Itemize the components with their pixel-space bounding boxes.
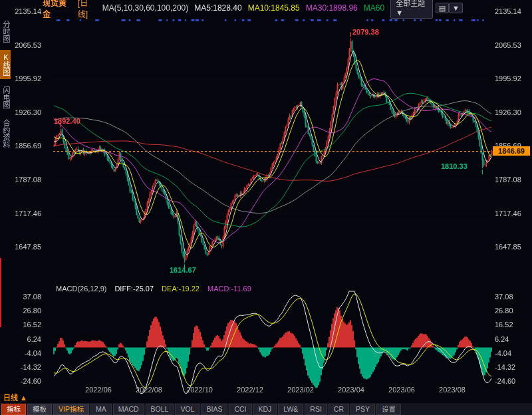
toolbar-button-KDJ[interactable]: KDJ	[253, 404, 277, 415]
macd-header-item-3: MACD:-11.69	[207, 285, 251, 293]
toolbar-button-VIP指标[interactable]: VIP指标	[53, 404, 89, 415]
ma-value-1: MA10:1845.85	[248, 3, 300, 13]
chart-type-sidebar: 分时图K线图闪电图合约资料	[0, 17, 11, 152]
toolbar-button-CCI[interactable]: CCI	[229, 404, 251, 415]
macd-header-item-2: DEA:-19.22	[162, 285, 200, 293]
macd-header: MACD(26,12,9)DIFF:-25.07DEA:-19.22MACD:-…	[56, 285, 251, 293]
current-price-badge: 1846.69	[493, 146, 530, 156]
icon-button-0[interactable]: ▤	[436, 3, 449, 13]
toolbar-button-PSY[interactable]: PSY	[350, 404, 375, 415]
period-tag: [日线]	[78, 0, 96, 19]
sidebar-item-3[interactable]: 合约资料	[0, 116, 11, 152]
ma-value-3: MA60	[364, 3, 384, 13]
toolbar-button-MACD[interactable]: MACD	[113, 404, 144, 415]
indicator-toolbar: 指标模板VIP指标MAMACDBOLLVOLBIASCCIKDJLW&RSICR…	[0, 403, 532, 415]
ma-values: MA5:1828.40MA10:1845.85MA30:1898.96MA60	[194, 3, 384, 13]
toolbar-button-RSI[interactable]: RSI	[305, 404, 327, 415]
toolbar-button-VOL[interactable]: VOL	[175, 404, 200, 415]
toolbar-button-模板[interactable]: 模板	[27, 404, 52, 415]
sidebar-item-2[interactable]: 闪电图	[0, 83, 11, 112]
icon-button-1[interactable]: ▼	[449, 3, 463, 13]
chart-canvas[interactable]	[0, 0, 532, 415]
theme-dropdown-button[interactable]: 全部主题 ▼	[390, 0, 433, 19]
toolbar-button-MA[interactable]: MA	[90, 404, 112, 415]
period-selector-label[interactable]: 日线 ▲	[3, 392, 27, 402]
toolbar-button-LW&[interactable]: LW&	[278, 404, 303, 415]
toolbar-button-设置[interactable]: 设置	[376, 404, 401, 415]
ma-value-0: MA5:1828.40	[194, 3, 241, 13]
instrument-title: 现货黄金	[43, 0, 72, 19]
toolbar-button-CR[interactable]: CR	[329, 404, 349, 415]
macd-header-item-1: DIFF:-25.07	[114, 285, 154, 293]
ma-value-2: MA30:1898.96	[306, 3, 358, 13]
trading-app: 现货黄金 [日线] MA(5,10,30,60,100,200) MA5:182…	[0, 0, 532, 415]
icon-buttons: ▤▼	[436, 3, 463, 13]
toolbar-button-BOLL[interactable]: BOLL	[146, 404, 174, 415]
toolbar-button-指标[interactable]: 指标	[1, 404, 26, 415]
sidebar-item-0[interactable]: 分时图	[0, 17, 11, 46]
top-bar-controls: 全部主题 ▼ ▤▼	[390, 0, 463, 19]
toolbar-button-BIAS[interactable]: BIAS	[201, 404, 227, 415]
ma-settings-label: MA(5,10,30,60,100,200)	[102, 3, 188, 13]
macd-header-item-0: MACD(26,12,9)	[56, 285, 106, 293]
top-bar: 现货黄金 [日线] MA(5,10,30,60,100,200) MA5:182…	[43, 0, 532, 16]
sidebar-item-1[interactable]: K线图	[0, 50, 11, 79]
left-scroll-indicator	[0, 258, 1, 327]
